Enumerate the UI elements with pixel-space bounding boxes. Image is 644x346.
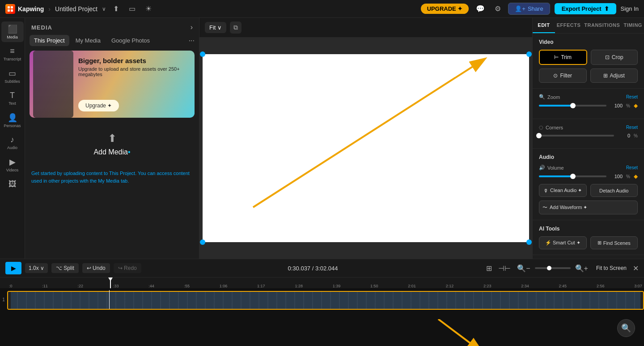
track-row-1: 1 — [0, 288, 644, 311]
media-icon: ⬛ — [8, 24, 17, 34]
upgrade-card-button[interactable]: Upgrade ✦ — [78, 100, 119, 111]
svg-rect-0 — [8, 6, 10, 9]
main-area: ⬛ Media ≡ Transcript ▭ Subtitles T Text … — [0, 18, 644, 259]
media-panel-title: MEDIA — [31, 24, 52, 31]
corners-control-row: ◌ Corners Reset — [539, 124, 638, 130]
tab-effects[interactable]: EFFECTS — [555, 18, 583, 33]
audio-label: Audio — [7, 145, 17, 150]
tab-my-media[interactable]: My Media — [71, 35, 105, 46]
handle-bottom-left[interactable] — [200, 239, 205, 245]
export-button[interactable]: Export Project ⬆ — [555, 3, 616, 14]
corners-value: 0 — [618, 133, 630, 138]
sidebar-item-transcript[interactable]: ≡ Transcript — [1, 44, 24, 64]
clip-handle-right[interactable] — [640, 292, 643, 309]
add-waveform-button[interactable]: 〜 Add Waveform ✦ — [539, 201, 638, 214]
project-chevron-icon[interactable]: ∨ — [102, 6, 106, 12]
timeline-area: ▶ 1.0x ∨ ⌥ Split ↩ Undo ↪ Redo 0:30.037 … — [0, 259, 644, 346]
corners-slider[interactable] — [539, 135, 614, 137]
zoom-unit: % — [626, 103, 630, 108]
volume-reset-button[interactable]: Reset — [626, 165, 638, 170]
corners-slider-row: 0 % — [539, 133, 638, 138]
svg-rect-2 — [8, 9, 10, 12]
sidebar-item-subtitles[interactable]: ▭ Subtitles — [1, 66, 24, 86]
add-media-area[interactable]: ⬆ Add Media• — [25, 123, 199, 165]
svg-line-7 — [438, 319, 474, 346]
handle-top-right[interactable] — [526, 51, 532, 57]
play-button[interactable]: ▶ — [5, 262, 21, 274]
sidebar-item-text[interactable]: T Text — [1, 88, 24, 108]
find-scenes-button[interactable]: ⊞ Find Scenes — [590, 236, 638, 249]
timeline-close-button[interactable]: ✕ — [633, 264, 639, 273]
media-panel-collapse-button[interactable]: › — [191, 23, 193, 31]
share-upload-icon[interactable]: ⬆ — [110, 3, 122, 15]
tab-transitions[interactable]: TRANSITIONS — [582, 18, 622, 33]
clip-handle-left[interactable] — [8, 292, 11, 309]
trim-button[interactable]: ⊢ Trim — [539, 50, 587, 65]
crop-button[interactable]: ⊡ Crop — [591, 50, 638, 65]
zoom-keyframe-icon[interactable]: ◆ — [634, 103, 638, 109]
theme-icon[interactable]: ☀ — [143, 3, 154, 15]
monitor-icon[interactable]: ▭ — [126, 3, 138, 15]
zoom-section: 🔍 Zoom Reset 100 % ◆ — [533, 89, 644, 119]
audio-icon: ♪ — [10, 135, 14, 145]
track-clip-1[interactable] — [7, 291, 644, 310]
timeline-right-tools: ⊞ ⊣⊢ 🔍− 🔍+ Fit to Screen ✕ — [484, 263, 639, 273]
app-name: Kapwing — [18, 5, 44, 13]
track-content-1[interactable] — [7, 290, 644, 309]
tab-edit[interactable]: EDIT — [533, 18, 555, 33]
zoom-out-icon[interactable]: 🔍− — [515, 263, 532, 273]
ai-tools-section: AI Tools ⚡ Smart Cut ✦ ⊞ Find Scenes — [533, 220, 644, 255]
fit-dropdown-button[interactable]: Fit ∨ — [205, 22, 226, 33]
logo-icon — [5, 4, 15, 14]
sidebar-item-images[interactable]: 🖼 — [1, 177, 24, 192]
timeline-fit-icon[interactable]: ⊣⊢ — [496, 263, 513, 273]
clean-audio-button[interactable]: 🎙 Clean Audio ✦ — [539, 184, 587, 197]
sidebar-item-audio[interactable]: ♪ Audio — [1, 132, 24, 153]
zoom-in-icon[interactable]: 🔍+ — [573, 263, 590, 273]
split-button[interactable]: ⌥ Split — [51, 263, 79, 273]
zoom-slider[interactable] — [539, 105, 606, 107]
transcript-icon: ≡ — [10, 47, 15, 56]
tab-timing[interactable]: TIMING — [622, 18, 644, 33]
share-button[interactable]: 👤+ Share — [508, 3, 550, 15]
volume-value: 100 — [610, 174, 623, 179]
settings-icon[interactable]: ⚙ — [492, 3, 504, 15]
filter-button[interactable]: ⊙ Filter — [539, 68, 587, 83]
clean-audio-icon: 🎙 — [543, 188, 548, 193]
ai-tools-buttons: ⚡ Smart Cut ✦ ⊞ Find Scenes — [539, 236, 638, 249]
canvas-viewport[interactable]: ↻ — [199, 37, 532, 259]
fit-to-screen-button[interactable]: Fit to Screen — [593, 263, 630, 273]
sidebar-item-media[interactable]: ⬛ Media — [1, 21, 24, 42]
zoom-slider-timeline[interactable] — [535, 267, 571, 269]
canvas-copy-icon[interactable]: ⧉ — [230, 21, 242, 34]
corners-reset-button[interactable]: Reset — [626, 125, 638, 130]
tab-this-project[interactable]: This Project — [30, 35, 69, 46]
volume-slider[interactable] — [539, 175, 606, 177]
undo-button[interactable]: ↩ Undo — [82, 263, 110, 273]
media-tabs: This Project My Media Google Photos ··· — [25, 35, 199, 51]
redo-button[interactable]: ↪ Redo — [114, 263, 141, 273]
handle-top-left[interactable] — [200, 51, 205, 57]
sidebar-item-personas[interactable]: 👤 Personas — [1, 110, 24, 131]
media-tab-more-button[interactable]: ··· — [189, 35, 195, 46]
smart-cut-button[interactable]: ⚡ Smart Cut ✦ — [539, 236, 587, 249]
handle-bottom-right[interactable] — [526, 239, 532, 245]
bottom-annotation-area — [0, 319, 644, 346]
volume-keyframe-icon[interactable]: ◆ — [634, 173, 638, 179]
signin-button[interactable]: Sign In — [621, 5, 639, 12]
timeline-layers-icon[interactable]: ⊞ — [484, 263, 494, 273]
detach-audio-button[interactable]: Detach Audio — [590, 184, 638, 197]
comment-icon[interactable]: 💬 — [473, 3, 487, 15]
project-title[interactable]: Untitled Project — [55, 5, 97, 13]
upgrade-button[interactable]: UPGRADE ✦ — [421, 4, 469, 14]
search-fab-button[interactable]: 🔍 — [617, 319, 635, 337]
tab-google-photos[interactable]: Google Photos — [107, 35, 154, 46]
speed-button[interactable]: 1.0x ∨ — [25, 263, 48, 273]
sidebar-item-videos[interactable]: ▶ Videos — [1, 154, 24, 175]
right-tab-bar: EDIT EFFECTS TRANSITIONS TIMING — [533, 18, 644, 34]
zoom-reset-button[interactable]: Reset — [626, 94, 638, 99]
adjust-button[interactable]: ⊞ Adjust — [590, 68, 638, 83]
video-section-title: Video — [539, 39, 638, 45]
audio-section-title: Audio — [539, 154, 638, 160]
upgrade-card-image — [33, 51, 73, 118]
